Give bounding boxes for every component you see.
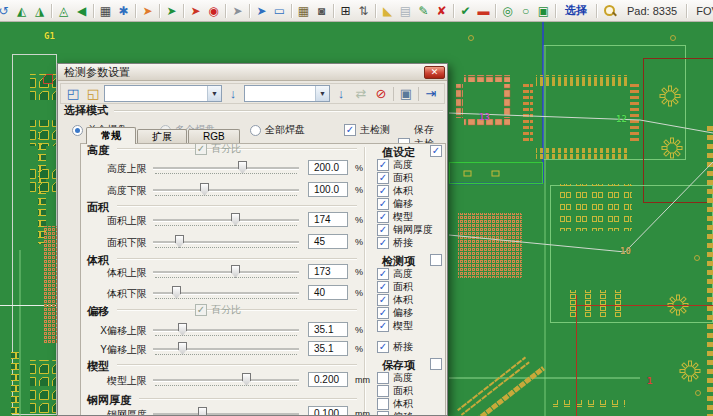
value-input-stencil-thickness[interactable]: 0.100 [308,406,348,415]
check-value-setting-stencil[interactable]: 钢网厚度 [377,223,433,237]
edit-pencil-icon[interactable]: ✎ [415,2,432,20]
check-value-setting-wedge[interactable]: 楔型 [377,210,413,224]
slider-thumb[interactable] [175,235,184,248]
slider-height-lower[interactable] [153,183,299,198]
check-detect-items-volume[interactable]: 体积 [377,293,413,307]
value-input-x-offset-upper[interactable]: 35.1 [308,322,348,337]
history-icon[interactable]: ↺ [0,2,12,20]
location-pin-icon[interactable]: ◉ [205,2,222,20]
slider-volume-upper[interactable] [153,265,299,280]
value-input-area-upper[interactable]: 174 [308,212,348,227]
checkbox-main-detect[interactable]: 主检测 [344,123,390,137]
megaphone-icon[interactable]: ◀ [73,2,90,20]
percent-checkbox-height[interactable]: 百分比 [195,143,241,156]
check-value-setting-height[interactable]: 高度 [377,158,413,172]
slider-thumb[interactable] [242,373,251,386]
check-detect-items-area[interactable]: 面积 [377,280,413,294]
value-input-area-lower[interactable]: 45 [308,234,348,249]
master-checkbox-detect-items[interactable] [430,254,442,266]
tools-icon[interactable]: ✱ [115,2,132,20]
slider-thumb[interactable] [178,323,187,336]
grid-table-icon[interactable]: ▦ [295,2,312,20]
sort-az-icon[interactable]: ⇅ [355,2,372,20]
value-input-volume-lower[interactable]: 40 [308,285,348,300]
camera-icon[interactable]: ◙ [313,2,330,20]
slider-thumb[interactable] [231,213,240,226]
slider-height-upper[interactable] [153,161,299,176]
value-input-height-lower[interactable]: 100.0 [308,182,348,197]
slider-thumb[interactable] [238,161,247,174]
check-save-items-area[interactable]: 面积 [377,384,413,398]
cancel-icon[interactable]: ⊘ [372,85,390,103]
flag-a-up-icon[interactable]: ◭ [13,2,30,20]
check-save-items-volume[interactable]: 体积 [377,397,413,411]
param-set-combo-2[interactable]: ▼ [244,85,330,102]
select-mode-label[interactable]: 选择 [565,3,587,18]
close-button[interactable]: ✕ [424,66,445,79]
sync-params-icon[interactable]: ⇄ [352,85,370,103]
value-input-volume-upper[interactable]: 173 [308,264,348,279]
slider-x-offset-upper[interactable] [153,323,299,338]
check-detect-items-bridge[interactable]: 桥接 [377,340,413,354]
check-value-setting-offset[interactable]: 偏移 [377,197,413,211]
remove-minus-icon[interactable]: ▬ [475,2,492,20]
check-value-setting-bridge[interactable]: 桥接 [377,236,413,250]
delete-icon[interactable]: ✘ [433,2,450,20]
circle-target-icon[interactable]: ◎ [499,2,516,20]
square-icon[interactable]: ▣ [535,2,552,20]
slider-volume-lower[interactable] [153,286,299,301]
slider-y-offset-upper[interactable] [153,342,299,357]
slider-area-upper[interactable] [153,213,299,228]
slider-wedge-upper[interactable] [153,373,299,388]
slider-thumb[interactable] [231,265,240,278]
slider-stencil-thickness[interactable] [153,407,299,415]
apply-param-2-icon[interactable]: ↓ [332,85,350,103]
image-icon[interactable]: ▦ [97,2,114,20]
tab-extend[interactable]: 扩展 [137,129,187,143]
selection-rect-icon[interactable]: ▭ [271,2,288,20]
grid-light-icon[interactable]: ▤ [397,2,414,20]
check-detect-items-offset[interactable]: 偏移 [377,306,413,320]
load-pad-params-icon[interactable]: ◰ [64,85,82,103]
magnifier-icon[interactable] [603,4,617,18]
save-icon[interactable]: ▣ [397,85,415,103]
percent-checkbox-offset[interactable]: 百分比 [195,303,241,317]
apply-check-icon[interactable]: ✔ [457,2,474,20]
master-checkbox-value-setting[interactable] [430,145,442,157]
chevron-down-icon[interactable]: ▼ [207,86,221,101]
tab-rgb[interactable]: RGB [188,129,240,143]
slider-thumb[interactable] [178,342,187,355]
tiles-icon[interactable]: ⊞ [337,2,354,20]
ruler-icon[interactable]: ◣ [379,2,396,20]
check-save-items-height[interactable]: 高度 [377,371,413,385]
pin-orange-icon[interactable]: ➤ [139,2,156,20]
pin-blue-icon[interactable]: ➤ [253,2,270,20]
slider-thumb[interactable] [198,407,207,415]
pin-gray-icon[interactable]: ➤ [229,2,246,20]
save-pad-params-icon[interactable]: ◱ [84,85,102,103]
check-value-setting-area[interactable]: 面积 [377,171,413,185]
check-detect-items-wedge[interactable]: 楔型 [377,319,413,333]
value-input-height-upper[interactable]: 200.0 [308,160,348,175]
dialog-titlebar[interactable]: 检测参数设置 ✕ [58,64,447,81]
prism-icon[interactable]: ◬ [55,2,72,20]
pin-red-icon[interactable]: ➤ [187,2,204,20]
slider-thumb[interactable] [200,183,209,196]
slider-thumb[interactable] [172,286,181,299]
master-checkbox-save-items[interactable] [430,358,442,370]
flag-a-down-icon[interactable]: ◮ [31,2,48,20]
check-save-items-offset[interactable]: 偏移 [377,410,413,415]
chevron-down-icon[interactable]: ▼ [315,86,329,101]
value-input-wedge-upper[interactable]: 0.200 [308,372,348,387]
param-set-combo-1[interactable]: ▼ [104,85,222,102]
value-input-y-offset-upper[interactable]: 35.1 [308,341,348,356]
pin-green-icon[interactable]: ➤ [163,2,180,20]
apply-param-1-icon[interactable]: ↓ [224,85,242,103]
export-icon[interactable]: ⇥ [422,85,440,103]
check-detect-items-height[interactable]: 高度 [377,267,413,281]
radio-all-pads[interactable]: 全部焊盘 [250,123,305,137]
slider-area-lower[interactable] [153,235,299,250]
circle-icon[interactable]: ○ [517,2,534,20]
check-value-setting-volume[interactable]: 体积 [377,184,413,198]
tab-general[interactable]: 常规 [86,127,136,144]
